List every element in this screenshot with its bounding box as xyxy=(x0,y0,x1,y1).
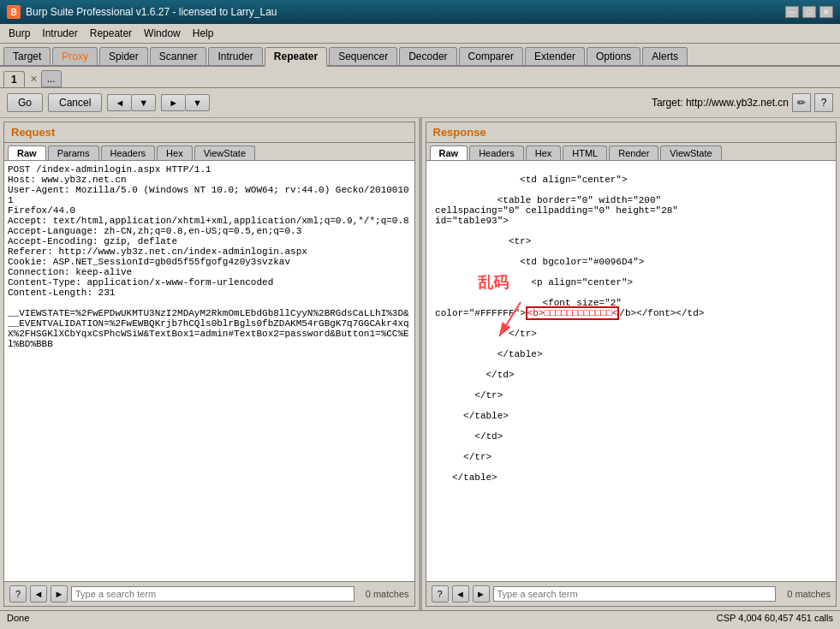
request-content[interactable]: POST /index-adminlogin.aspx HTTP/1.1 Hos… xyxy=(4,161,414,581)
tab-proxy[interactable]: Proxy xyxy=(52,47,98,65)
menu-repeater[interactable]: Repeater xyxy=(85,26,137,41)
request-match-count: 0 matches xyxy=(358,589,409,599)
request-tab-viewstate[interactable]: ViewState xyxy=(194,145,255,160)
forward-button[interactable]: ► xyxy=(161,94,185,111)
target-help-button[interactable]: ? xyxy=(814,93,833,112)
repeater-tab-bar: 1 ✕ ... xyxy=(0,67,840,88)
menu-intruder[interactable]: Intruder xyxy=(37,26,82,41)
tab-options[interactable]: Options xyxy=(587,47,640,65)
response-tab-viewstate[interactable]: ViewState xyxy=(660,145,721,160)
menu-help[interactable]: Help xyxy=(188,26,219,41)
tab-repeater[interactable]: Repeater xyxy=(265,47,327,67)
request-tab-headers[interactable]: Headers xyxy=(101,145,156,160)
tab-extender[interactable]: Extender xyxy=(525,47,585,65)
response-tab-raw[interactable]: Raw xyxy=(430,145,468,160)
menu-bar: Burp Intruder Repeater Window Help xyxy=(0,24,840,44)
status-bar: Done CSP 4,004 60,457 451 calls xyxy=(0,610,840,625)
minimize-button[interactable]: ─ xyxy=(785,6,799,18)
tab-target[interactable]: Target xyxy=(3,47,51,65)
response-tab-bar: Raw Headers Hex HTML Render ViewState xyxy=(426,143,837,161)
cancel-button[interactable]: Cancel xyxy=(48,93,102,112)
response-search-help[interactable]: ? xyxy=(432,585,449,602)
request-panel: Request Raw Params Headers Hex ViewState… xyxy=(3,122,415,607)
app-title: Burp Suite Professional v1.6.27 - licens… xyxy=(26,6,277,18)
close-button[interactable]: ✕ xyxy=(819,6,833,18)
request-search-next[interactable]: ► xyxy=(51,585,68,602)
back-nav-group: ◄ ▼ xyxy=(107,94,156,111)
maximize-button[interactable]: □ xyxy=(802,6,816,18)
response-after-highlight: /b></font></td> </tr> </table> </td> </t… xyxy=(430,308,705,483)
response-tab-hex[interactable]: Hex xyxy=(526,145,562,160)
main-tab-bar: Target Proxy Spider Scanner Intruder Rep… xyxy=(0,44,840,67)
request-search-help[interactable]: ? xyxy=(9,585,27,602)
forward-nav-group: ► ▼ xyxy=(161,94,210,111)
response-tab-headers[interactable]: Headers xyxy=(469,145,524,160)
back-dropdown-button[interactable]: ▼ xyxy=(131,94,156,111)
window-controls[interactable]: ─ □ ✕ xyxy=(785,6,833,18)
title-bar: B Burp Suite Professional v1.6.27 - lice… xyxy=(0,0,840,24)
menu-burp[interactable]: Burp xyxy=(3,26,35,41)
panel-divider[interactable] xyxy=(419,118,422,610)
request-search-prev[interactable]: ◄ xyxy=(30,585,47,602)
target-info: Target: http://www.yb3z.net.cn ✏ ? xyxy=(652,93,833,112)
tab-scanner[interactable]: Scanner xyxy=(150,47,207,65)
tab-sequencer[interactable]: Sequencer xyxy=(329,47,397,65)
response-panel: Response Raw Headers Hex HTML Render Vie… xyxy=(426,122,837,607)
repeater-tab-ellipsis[interactable]: ... xyxy=(41,70,62,87)
response-search-input[interactable] xyxy=(493,586,777,602)
response-search-next[interactable]: ► xyxy=(473,585,490,602)
status-right: CSP 4,004 60,457 451 calls xyxy=(717,613,833,623)
request-tab-hex[interactable]: Hex xyxy=(157,145,193,160)
menu-window[interactable]: Window xyxy=(139,26,186,41)
repeater-tab-1[interactable]: 1 xyxy=(3,71,25,87)
response-tab-render[interactable]: Render xyxy=(609,145,658,160)
forward-dropdown-button[interactable]: ▼ xyxy=(185,94,210,111)
response-highlight: <b>□□□□□□□□□□□□< xyxy=(526,306,620,320)
response-search-prev[interactable]: ◄ xyxy=(452,585,469,602)
back-button[interactable]: ◄ xyxy=(107,94,131,111)
response-tab-html[interactable]: HTML xyxy=(563,145,607,160)
toolbar: Go Cancel ◄ ▼ ► ▼ Target: http://www.yb3… xyxy=(0,88,840,118)
tab-intruder[interactable]: Intruder xyxy=(208,47,262,65)
response-content-text: <td align="center"> <table border="0" wi… xyxy=(430,175,678,318)
response-content[interactable]: <td align="center"> <table border="0" wi… xyxy=(426,161,837,581)
main-content: Request Raw Params Headers Hex ViewState… xyxy=(0,118,840,610)
status-left: Done xyxy=(7,613,29,623)
request-search-bar: ? ◄ ► 0 matches xyxy=(4,581,414,606)
tab-comparer[interactable]: Comparer xyxy=(459,47,523,65)
target-edit-button[interactable]: ✏ xyxy=(792,93,811,112)
target-label: Target: http://www.yb3z.net.cn xyxy=(652,97,789,109)
response-search-bar: ? ◄ ► 0 matches xyxy=(426,581,837,606)
tab-decoder[interactable]: Decoder xyxy=(399,47,456,65)
app-icon: B xyxy=(7,5,21,19)
request-search-input[interactable] xyxy=(71,586,354,602)
request-tab-raw[interactable]: Raw xyxy=(8,145,46,160)
response-panel-header: Response xyxy=(426,122,837,143)
tab-alerts[interactable]: Alerts xyxy=(642,47,688,65)
go-button[interactable]: Go xyxy=(7,93,43,112)
request-tab-params[interactable]: Params xyxy=(48,145,99,160)
request-panel-header: Request xyxy=(4,122,414,143)
repeater-tab-close[interactable]: ✕ xyxy=(27,72,41,86)
tab-spider[interactable]: Spider xyxy=(99,47,148,65)
request-tab-bar: Raw Params Headers Hex ViewState xyxy=(4,143,414,161)
response-match-count: 0 matches xyxy=(779,589,831,599)
